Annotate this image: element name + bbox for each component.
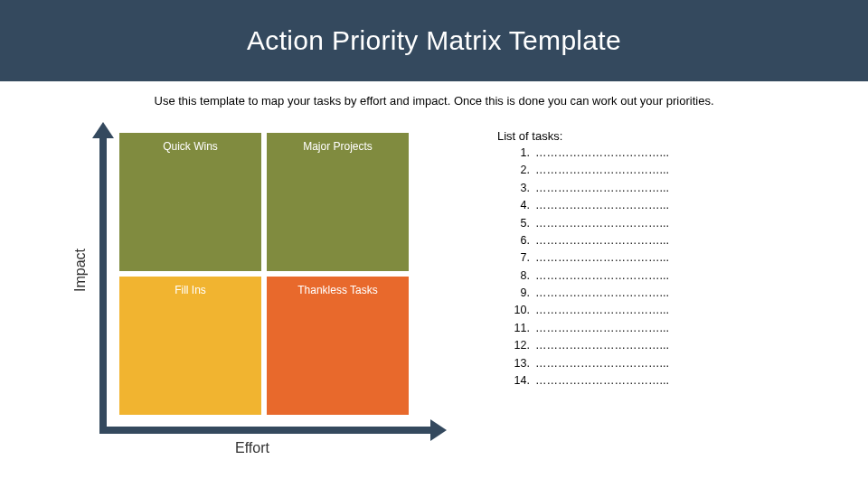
y-axis-label: Impact — [72, 234, 89, 306]
x-axis-line — [99, 427, 434, 434]
y-axis-line — [99, 131, 107, 434]
list-item: 2.……………………………... — [510, 162, 669, 179]
y-axis-arrowhead-icon — [92, 122, 114, 138]
item-number: 6. — [510, 232, 530, 249]
item-number: 4. — [510, 197, 530, 214]
matrix-grid: Quick Wins Major Projects Fill Ins Thank… — [119, 133, 409, 415]
item-text: ……………………………... — [535, 251, 669, 264]
item-text: ……………………………... — [535, 217, 669, 230]
item-text: ……………………………... — [535, 339, 669, 352]
quadrant-fill-ins: Fill Ins — [119, 277, 261, 415]
subtitle-text: Use this template to map your tasks by e… — [0, 94, 868, 108]
item-number: 1. — [510, 145, 530, 162]
x-axis-label: Effort — [235, 440, 269, 456]
item-number: 7. — [510, 249, 530, 267]
item-text: ……………………………... — [535, 304, 669, 316]
item-number: 11. — [510, 320, 530, 337]
item-number: 9. — [510, 285, 530, 302]
item-text: ……………………………... — [535, 182, 669, 194]
item-number: 14. — [510, 372, 530, 389]
list-item: 3.……………………………... — [510, 180, 669, 197]
item-number: 2. — [510, 162, 530, 179]
item-text: ……………………………... — [535, 234, 669, 247]
item-text: ……………………………... — [535, 286, 669, 299]
list-item: 1.……………………………... — [510, 145, 669, 162]
item-text: ……………………………... — [535, 374, 669, 387]
list-item: 12.……………………………... — [510, 337, 669, 354]
quadrant-major-projects: Major Projects — [267, 133, 409, 271]
item-text: ……………………………... — [535, 269, 669, 282]
list-item: 14.……………………………... — [510, 372, 669, 389]
list-item: 4.……………………………... — [510, 197, 669, 214]
page-title: Action Priority Matrix Template — [247, 25, 621, 56]
task-list: List of tasks: 1.……………………………... 2.………………… — [497, 129, 669, 469]
item-number: 13. — [510, 355, 530, 372]
list-item: 11.……………………………... — [510, 320, 669, 337]
item-text: ……………………………... — [535, 322, 669, 334]
priority-matrix: Impact Effort Quick Wins Major Projects … — [54, 126, 434, 469]
list-item: 13.……………………………... — [510, 355, 669, 372]
task-list-items: 1.……………………………... 2.……………………………... 3.…………… — [497, 145, 669, 389]
list-item: 5.……………………………... — [510, 215, 669, 232]
item-text: ……………………………... — [535, 164, 669, 176]
header-bar: Action Priority Matrix Template — [0, 0, 868, 81]
list-item: 7.……………………………... — [510, 249, 669, 267]
task-list-heading: List of tasks: — [497, 129, 669, 143]
item-text: ……………………………... — [535, 146, 669, 159]
list-item: 8.……………………………... — [510, 267, 669, 285]
item-number: 12. — [510, 337, 530, 354]
content-area: Impact Effort Quick Wins Major Projects … — [0, 108, 868, 469]
quadrant-thankless-tasks: Thankless Tasks — [267, 277, 409, 415]
x-axis-arrowhead-icon — [430, 419, 447, 441]
item-number: 10. — [510, 302, 530, 319]
list-item: 9.……………………………... — [510, 285, 669, 302]
item-text: ……………………………... — [535, 199, 669, 211]
item-number: 3. — [510, 180, 530, 197]
list-item: 6.……………………………... — [510, 232, 669, 249]
item-text: ……………………………... — [535, 357, 669, 370]
list-item: 10.……………………………... — [510, 302, 669, 319]
item-number: 5. — [510, 215, 530, 232]
item-number: 8. — [510, 267, 530, 285]
quadrant-quick-wins: Quick Wins — [119, 133, 261, 271]
